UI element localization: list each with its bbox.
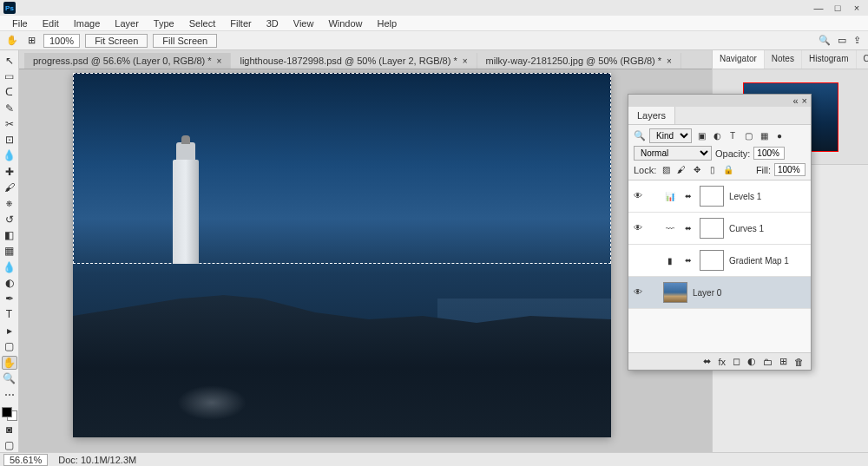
visibility-icon[interactable] [634, 222, 646, 234]
fill-field[interactable] [774, 163, 806, 176]
filter-icon[interactable]: 🔍 [634, 130, 646, 141]
layer-name[interactable]: Layer 0 [693, 288, 721, 298]
layer-row[interactable]: Layer 0 [628, 277, 811, 309]
marquee-tool[interactable]: ▭ [2, 69, 17, 82]
status-doc-info[interactable]: Doc: 10.1M/12.3M [58, 455, 136, 465]
lock-artboard-icon[interactable]: ▯ [707, 164, 719, 176]
blur-tool[interactable]: 💧 [2, 260, 17, 273]
panel-histogram[interactable]: Histogram [802, 50, 857, 69]
quick-select-tool[interactable]: ✎ [2, 102, 17, 115]
layer-name[interactable]: Levels 1 [729, 192, 761, 201]
panel-notes[interactable]: Notes [765, 50, 802, 69]
link-mask-icon[interactable]: ⬌ [682, 254, 694, 266]
new-group-icon[interactable]: 🗀 [763, 357, 773, 367]
menu-file[interactable]: File [5, 16, 35, 30]
eyedropper-tool[interactable]: 💧 [2, 149, 17, 162]
layer-thumb[interactable] [663, 282, 687, 303]
menu-image[interactable]: Image [67, 16, 108, 30]
filter-smart-icon[interactable]: ▦ [758, 130, 770, 142]
menu-edit[interactable]: Edit [36, 16, 66, 30]
layer-row[interactable]: ▮ ⬌ Gradient Map 1 [628, 245, 811, 277]
share-icon[interactable]: ⇪ [853, 35, 861, 46]
color-swatches[interactable] [2, 407, 17, 420]
opacity-field[interactable] [753, 147, 785, 160]
brush-tool[interactable]: 🖌 [2, 180, 17, 194]
status-zoom[interactable]: 56.61% [3, 454, 48, 466]
lasso-tool[interactable]: ᑕ [2, 86, 17, 99]
lock-pixels-icon[interactable]: 🖌 [675, 164, 687, 176]
mask-thumb[interactable] [700, 218, 724, 239]
layer-fx-icon[interactable]: fx [718, 357, 726, 367]
path-select-tool[interactable]: ▸ [2, 324, 17, 337]
filter-type-icon[interactable]: T [727, 130, 739, 142]
stamp-tool[interactable]: ⎈ [2, 197, 17, 210]
new-layer-icon[interactable]: ⊞ [779, 356, 787, 367]
delete-layer-icon[interactable]: 🗑 [794, 357, 804, 367]
menu-filter[interactable]: Filter [223, 16, 258, 30]
filter-pixel-icon[interactable]: ▣ [695, 130, 707, 142]
link-mask-icon[interactable]: ⬌ [682, 222, 694, 234]
menu-layer[interactable]: Layer [108, 16, 146, 30]
lock-all-icon[interactable]: 🔒 [722, 164, 734, 176]
fill-screen-button[interactable]: Fill Screen [153, 34, 217, 48]
doc-tab-2[interactable]: milky-way-2181250.jpg @ 50% (RGB/8) * × [477, 53, 681, 69]
shape-tool[interactable]: ▢ [2, 339, 17, 352]
layer-row[interactable]: 📊 ⬌ Levels 1 [628, 180, 811, 213]
menu-view[interactable]: View [286, 16, 321, 30]
window-maximize[interactable]: □ [832, 2, 844, 14]
lock-position-icon[interactable]: ✥ [691, 164, 703, 176]
panel-navigator[interactable]: Navigator [713, 50, 765, 69]
menu-type[interactable]: Type [147, 16, 181, 30]
close-icon[interactable]: × [463, 56, 468, 66]
crop-tool[interactable]: ✂ [2, 117, 17, 130]
filter-adjust-icon[interactable]: ◐ [711, 130, 723, 142]
menu-help[interactable]: Help [371, 16, 404, 30]
layer-row[interactable]: 〰 ⬌ Curves 1 [628, 213, 811, 245]
close-icon[interactable]: × [667, 56, 672, 66]
window-minimize[interactable]: — [812, 2, 825, 14]
history-brush-tool[interactable]: ↺ [2, 213, 17, 226]
lock-transparent-icon[interactable]: ▨ [660, 164, 672, 176]
layer-name[interactable]: Gradient Map 1 [729, 256, 789, 266]
new-adjustment-icon[interactable]: ◐ [747, 356, 756, 367]
eraser-tool[interactable]: ◧ [2, 228, 17, 241]
close-icon[interactable]: × [217, 56, 222, 66]
fit-screen-button[interactable]: Fit Screen [85, 34, 148, 48]
visibility-icon[interactable] [634, 190, 646, 202]
mask-thumb[interactable] [700, 250, 724, 271]
document-canvas[interactable] [73, 73, 611, 437]
menu-window[interactable]: Window [321, 16, 369, 30]
mask-thumb[interactable] [700, 186, 724, 207]
quick-mask-icon[interactable]: ◙ [2, 423, 17, 436]
doc-tab-0[interactable]: progress.psd @ 56.6% (Layer 0, RGB/8) * … [24, 53, 231, 69]
collapse-icon[interactable]: « [792, 95, 798, 106]
layer-name[interactable]: Curves 1 [729, 224, 764, 233]
filter-kind-select[interactable]: Kind [649, 128, 692, 143]
filter-toggle-icon[interactable]: ● [773, 130, 786, 142]
frame-tool[interactable]: ⊡ [2, 133, 17, 146]
dodge-tool[interactable]: ◐ [2, 276, 17, 289]
screen-mode-icon[interactable]: ▢ [2, 439, 17, 452]
close-icon[interactable]: × [802, 95, 807, 106]
hand-tool-icon[interactable]: ✋ [5, 34, 19, 48]
move-tool[interactable]: ↖ [2, 54, 17, 67]
menu-select[interactable]: Select [182, 16, 223, 30]
link-layers-icon[interactable]: ⬌ [703, 356, 711, 367]
type-tool[interactable]: T [2, 308, 17, 321]
doc-tab-1[interactable]: lighthouse-1872998.psd @ 50% (Layer 2, R… [231, 53, 477, 69]
layers-tab[interactable]: Layers [628, 107, 675, 124]
search-icon[interactable]: 🔍 [819, 35, 831, 46]
window-close[interactable]: × [851, 2, 863, 14]
workspace-icon[interactable]: ▭ [838, 35, 846, 46]
edit-toolbar[interactable]: ⋯ [2, 388, 17, 401]
hand-tool[interactable]: ✋ [2, 356, 17, 370]
foreground-color[interactable] [2, 407, 12, 417]
filter-shape-icon[interactable]: ▢ [742, 130, 754, 142]
zoom-field[interactable]: 100% [43, 34, 80, 48]
gradient-tool[interactable]: ▦ [2, 245, 17, 258]
zoom-tool[interactable]: 🔍 [2, 372, 17, 385]
visibility-icon[interactable] [634, 286, 646, 299]
pen-tool[interactable]: ✒ [2, 292, 17, 305]
menu-3d[interactable]: 3D [260, 16, 286, 30]
scroll-all-icon[interactable]: ⊞ [24, 34, 38, 48]
